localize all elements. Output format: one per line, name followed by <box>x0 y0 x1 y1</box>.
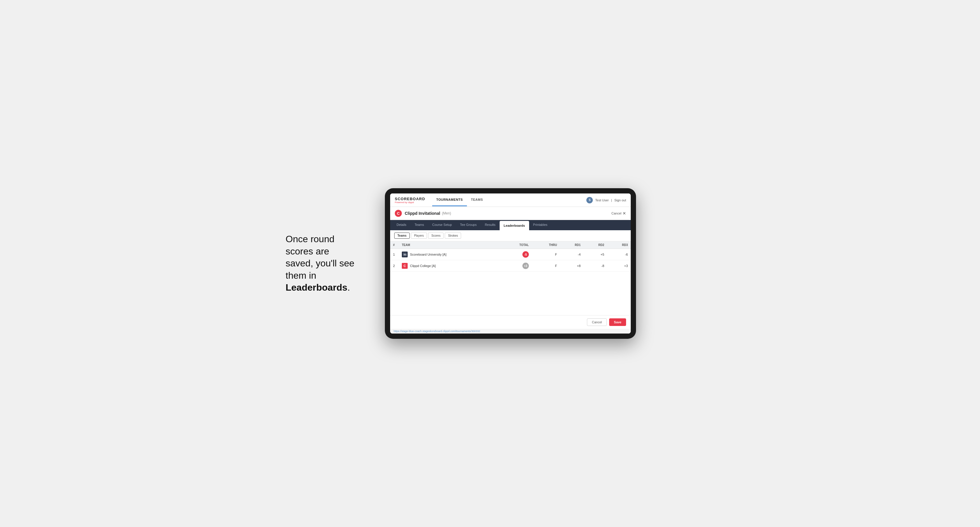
close-icon: ✕ <box>622 211 626 216</box>
tab-tee-groups[interactable]: Tee Groups <box>456 220 480 230</box>
left-description: Once round scores are saved, you'll see … <box>286 233 368 294</box>
tournament-icon: C <box>395 210 402 217</box>
team-logo-icon: SU <box>402 252 408 257</box>
nav-links: TOURNAMENTS TEAMS <box>432 194 586 206</box>
description-line5-bold: Leaderboards <box>286 282 347 293</box>
svg-text:SU: SU <box>404 253 406 256</box>
nav-teams[interactable]: TEAMS <box>467 194 487 206</box>
team-cell: SU Scoreboard University [A] <box>399 249 501 260</box>
nav-right: S Test User | Sign out <box>586 197 626 203</box>
nav-tournaments[interactable]: TOURNAMENTS <box>432 194 467 206</box>
rd3-cell: +3 <box>607 260 631 271</box>
top-navigation: SCOREBOARD Powered by clippd TOURNAMENTS… <box>390 194 631 207</box>
description-line2: scores are <box>286 246 329 257</box>
filter-players-button[interactable]: Players <box>411 233 427 239</box>
tab-details[interactable]: Details <box>393 220 410 230</box>
description-line3: saved, you'll see <box>286 258 355 268</box>
rd3-cell: -6 <box>607 249 631 260</box>
rd2-cell: +5 <box>584 249 607 260</box>
team-name: Clippd College [A] <box>410 264 436 268</box>
col-rd3: RD3 <box>607 241 631 249</box>
score-badge-gray: +3 <box>522 263 529 269</box>
leaderboard-table: # TEAM TOTAL THRU RD1 RD2 RD3 1 <box>390 241 631 271</box>
user-name: Test User <box>595 198 609 202</box>
tablet-screen: SCOREBOARD Powered by clippd TOURNAMENTS… <box>390 194 631 333</box>
description-line4: them in <box>286 270 316 281</box>
tab-results[interactable]: Results <box>480 220 500 230</box>
sign-out-link[interactable]: Sign out <box>614 198 626 202</box>
col-rd1: RD1 <box>560 241 584 249</box>
team-name: Scoreboard University [A] <box>410 253 447 256</box>
table-row: 2 C Clippd College [A] +3 F <box>390 260 631 271</box>
cancel-button[interactable]: Cancel <box>587 318 607 326</box>
tab-leaderboards[interactable]: Leaderboards <box>500 221 529 230</box>
total-cell: +3 <box>501 260 532 271</box>
app-logo: SCOREBOARD <box>395 197 425 201</box>
rd1-cell: -4 <box>560 249 584 260</box>
nav-separator: | <box>611 198 612 202</box>
tab-course-setup[interactable]: Course Setup <box>428 220 456 230</box>
filter-strokes-button[interactable]: Strokes <box>445 233 461 239</box>
thru-cell: F <box>532 249 560 260</box>
save-button[interactable]: Save <box>609 318 626 326</box>
col-team: TEAM <box>399 241 501 249</box>
filter-scores-button[interactable]: Scores <box>428 233 444 239</box>
description-period: . <box>347 282 350 293</box>
rd2-cell: -8 <box>584 260 607 271</box>
rd1-cell: +8 <box>560 260 584 271</box>
tournament-title: Clippd Invitational <box>405 211 440 216</box>
tablet-device: SCOREBOARD Powered by clippd TOURNAMENTS… <box>385 188 636 339</box>
description-line1: Once round <box>286 234 334 244</box>
thru-cell: F <box>532 260 560 271</box>
col-total: TOTAL <box>501 241 532 249</box>
status-bar: https://stage-blue-coach.stageskoreboard… <box>390 329 631 333</box>
bottom-bar: Cancel Save <box>390 315 631 329</box>
col-rank: # <box>390 241 399 249</box>
col-thru: THRU <box>532 241 560 249</box>
table-row: 1 SU Scoreboard University [A] - <box>390 249 631 260</box>
filter-bar: Teams Players Scores Strokes <box>390 230 631 241</box>
rank-cell: 1 <box>390 249 399 260</box>
tournament-subtitle: (Men) <box>442 211 451 215</box>
tournament-cancel-button[interactable]: Cancel ✕ <box>611 211 626 216</box>
tab-printables[interactable]: Printables <box>529 220 552 230</box>
filter-teams-button[interactable]: Teams <box>394 233 410 239</box>
logo-subtitle: Powered by clippd <box>395 201 425 204</box>
team-cell: C Clippd College [A] <box>399 260 501 271</box>
rank-cell: 2 <box>390 260 399 271</box>
tab-bar: Details Teams Course Setup Tee Groups Re… <box>390 220 631 230</box>
logo-area: SCOREBOARD Powered by clippd <box>395 197 425 204</box>
table-header-row: # TEAM TOTAL THRU RD1 RD2 RD3 <box>390 241 631 249</box>
user-avatar: S <box>586 197 593 203</box>
score-badge-red: -5 <box>522 251 529 258</box>
total-cell: -5 <box>501 249 532 260</box>
col-rd2: RD2 <box>584 241 607 249</box>
team-logo-c-icon: C <box>402 263 408 269</box>
tab-teams[interactable]: Teams <box>410 220 428 230</box>
url-display: https://stage-blue-coach.stageskoreboard… <box>394 330 480 333</box>
tournament-header: C Clippd Invitational (Men) Cancel ✕ <box>390 207 631 220</box>
